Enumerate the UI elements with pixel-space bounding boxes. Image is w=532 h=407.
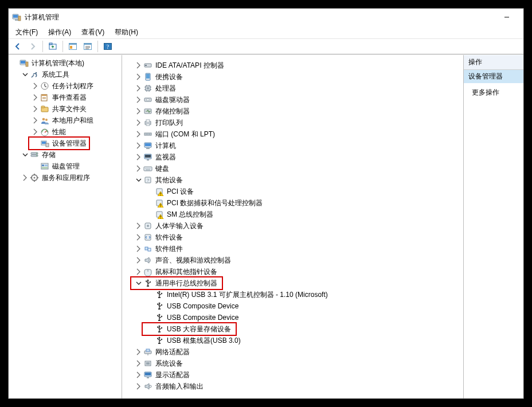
tree-item-label: SM 总线控制器 [166, 209, 214, 220]
diskmgr-icon [40, 162, 49, 171]
ide-icon [143, 61, 152, 70]
menu-action[interactable]: 操作(A) [46, 26, 73, 38]
network-icon [143, 347, 152, 357]
device-item[interactable]: 便携设备 [123, 71, 463, 83]
device-item[interactable]: 系统设备 [123, 358, 463, 369]
tree-item-label: IDE ATA/ATAPI 控制器 [154, 60, 225, 71]
device-item[interactable]: IDE ATA/ATAPI 控制器 [123, 60, 463, 71]
device-item[interactable]: 计算机 [123, 140, 463, 151]
device-item[interactable]: 鼠标和其他指针设备 [123, 266, 463, 277]
usb-icon [143, 279, 152, 288]
menu-view[interactable]: 查看(V) [79, 26, 107, 38]
usb-icon [155, 313, 164, 322]
system-icon [143, 359, 152, 368]
tree-item-label: 声音、视频和游戏控制器 [154, 255, 232, 266]
sched-icon [40, 81, 49, 91]
warn-icon [155, 198, 164, 208]
tree-item-label: 计算机管理(本地) [30, 57, 85, 69]
usb-icon [155, 324, 164, 334]
storage-icon [30, 150, 39, 159]
console-item[interactable]: 性能 [10, 126, 122, 138]
tree-item-label: USB 大容量存储设备 [166, 323, 232, 335]
svg-rect-11 [84, 44, 92, 45]
app-icon [12, 13, 21, 22]
display-icon [143, 370, 152, 379]
svg-rect-9 [70, 46, 72, 49]
tree-item-label: 系统设备 [154, 358, 184, 369]
forward-button[interactable] [26, 40, 40, 53]
device-item[interactable]: 网络适配器 [123, 346, 463, 358]
tree-item-label: 鼠标和其他指针设备 [154, 266, 218, 277]
console-item[interactable]: 系统工具 [10, 69, 122, 80]
device-item[interactable]: 磁盘驱动器 [123, 94, 463, 105]
middle-pane: IDE ATA/ATAPI 控制器便携设备处理器磁盘驱动器存储控制器打印队列端口… [122, 55, 464, 398]
console-item[interactable]: 设备管理器 [10, 138, 122, 149]
console-item[interactable]: 计算机管理(本地) [10, 57, 122, 69]
tree-item-label: Intel(R) USB 3.1 可扩展主机控制器 - 1.10 (Micros… [166, 289, 329, 300]
console-item[interactable]: 存储 [10, 149, 122, 161]
device-item[interactable]: 通用串行总线控制器 [123, 277, 463, 289]
shares-icon [40, 104, 49, 114]
device-item[interactable]: 音频输入和输出 [123, 381, 463, 392]
device-item[interactable]: USB Composite Device [123, 300, 463, 312]
tree-item-label: 其他设备 [154, 174, 184, 186]
menubar: 文件(F) 操作(A) 查看(V) 帮助(H) [9, 26, 523, 38]
tree-item-label: 端口 (COM 和 LPT) [154, 128, 216, 140]
titlebar: 计算机管理 [9, 9, 523, 26]
console-item[interactable]: 共享文件夹 [10, 103, 122, 115]
minimize-button[interactable] [494, 9, 520, 26]
device-item[interactable]: 显示适配器 [123, 369, 463, 381]
device-item[interactable]: 软件组件 [123, 243, 463, 255]
tree-item-label: 计算机 [154, 140, 177, 151]
svg-rect-2 [15, 19, 18, 21]
console-item[interactable]: 任务计划程序 [10, 80, 122, 92]
tree-item-label: 软件设备 [154, 232, 184, 243]
device-item[interactable]: 声音、视频和游戏控制器 [123, 255, 463, 266]
device-item[interactable]: USB 根集线器(USB 3.0) [123, 335, 463, 346]
device-item[interactable]: PCI 数据捕获和信号处理控制器 [123, 197, 463, 209]
device-item[interactable]: SM 总线控制器 [123, 209, 463, 220]
device-item[interactable]: 处理器 [123, 83, 463, 94]
back-button[interactable] [11, 40, 25, 53]
window-title: 计算机管理 [25, 13, 59, 22]
tree-item-label: USB Composite Device [166, 312, 240, 323]
device-item[interactable]: USB 大容量存储设备 [123, 323, 463, 335]
usb-icon [155, 302, 164, 311]
tree-item-label: 便携设备 [154, 71, 184, 83]
menu-help[interactable]: 帮助(H) [112, 26, 140, 38]
warn-icon [155, 187, 164, 196]
tree-item-label: 磁盘驱动器 [154, 94, 191, 105]
device-item[interactable]: 存储控制器 [123, 105, 463, 117]
device-tree[interactable]: IDE ATA/ATAPI 控制器便携设备处理器磁盘驱动器存储控制器打印队列端口… [122, 57, 463, 394]
up-level-button[interactable] [46, 40, 60, 53]
device-item[interactable]: 监视器 [123, 151, 463, 163]
swcomp-icon [143, 244, 152, 253]
device-item[interactable]: Intel(R) USB 3.1 可扩展主机控制器 - 1.10 (Micros… [123, 289, 463, 300]
console-item[interactable]: 磁盘管理 [10, 161, 122, 172]
console-tree[interactable]: 计算机管理(本地)系统工具任务计划程序事件查看器共享文件夹本地用户和组性能设备管… [9, 55, 122, 186]
show-hide-tree-button[interactable] [66, 40, 80, 53]
svg-rect-1 [13, 15, 18, 18]
properties-button[interactable] [81, 40, 95, 53]
tree-item-label: 存储 [41, 149, 57, 161]
console-item[interactable]: 本地用户和组 [10, 115, 122, 126]
device-item[interactable]: USB Composite Device [123, 312, 463, 323]
tree-item-label: 通用串行总线控制器 [154, 277, 218, 289]
actions-pane: 操作 设备管理器 更多操作 [464, 55, 523, 398]
hid-icon [143, 221, 152, 230]
tree-item-label: 处理器 [154, 83, 177, 94]
device-item[interactable]: 人体学输入设备 [123, 220, 463, 232]
menu-file[interactable]: 文件(F) [13, 26, 40, 38]
console-item[interactable]: 服务和应用程序 [10, 172, 122, 183]
console-item[interactable]: 事件查看器 [10, 92, 122, 103]
keyboard-icon [143, 164, 152, 173]
device-item[interactable]: 软件设备 [123, 232, 463, 243]
actions-more[interactable]: 更多操作 [464, 83, 523, 102]
device-item[interactable]: PCI 设备 [123, 186, 463, 197]
device-item[interactable]: 端口 (COM 和 LPT) [123, 128, 463, 140]
device-item[interactable]: 键盘 [123, 163, 463, 174]
tree-item-label: 显示适配器 [154, 369, 191, 381]
device-item[interactable]: 打印队列 [123, 117, 463, 128]
device-item[interactable]: 其他设备 [123, 174, 463, 186]
help-button[interactable]: ? [101, 40, 115, 53]
